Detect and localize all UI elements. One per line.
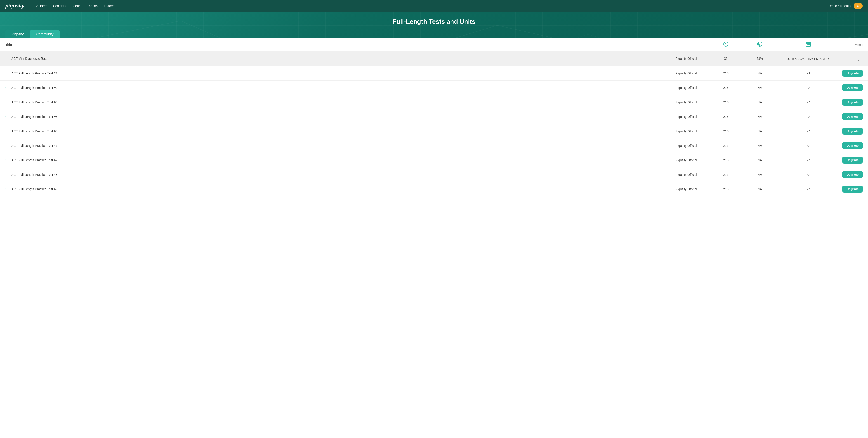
navbar: piqosity Course ▾ Content ▾ Alerts Forum… bbox=[0, 0, 868, 12]
row-questions: 216 bbox=[709, 187, 743, 191]
row-title-text: ACT Full Length Practice Test #4 bbox=[11, 115, 57, 119]
row-title: › ACT Full Length Practice Test #2 bbox=[5, 86, 664, 90]
row-questions: 216 bbox=[709, 173, 743, 176]
nav-course[interactable]: Course ▾ bbox=[32, 3, 49, 9]
row-score: NA bbox=[743, 144, 777, 147]
row-author: Piqosity Official bbox=[664, 129, 709, 133]
row-title-text: ACT Full Length Practice Test #9 bbox=[11, 187, 57, 191]
expand-chevron-icon[interactable]: › bbox=[5, 129, 9, 133]
sync-icon: ↻ bbox=[857, 4, 860, 8]
row-author: Piqosity Official bbox=[664, 115, 709, 119]
row-score: NA bbox=[743, 129, 777, 133]
row-score: NA bbox=[743, 115, 777, 119]
row-author: Piqosity Official bbox=[664, 158, 709, 162]
row-questions: 216 bbox=[709, 71, 743, 75]
expand-chevron-icon[interactable]: › bbox=[5, 144, 9, 147]
row-upgrade-3[interactable]: Upgrade bbox=[840, 99, 863, 106]
upgrade-button[interactable]: Upgrade bbox=[842, 84, 863, 91]
row-author: Piqosity Official bbox=[664, 86, 709, 90]
svg-rect-9 bbox=[684, 42, 689, 45]
brand-logo[interactable]: piqosity bbox=[5, 3, 24, 9]
row-questions: 216 bbox=[709, 86, 743, 90]
row-date: NA bbox=[777, 86, 840, 89]
row-questions: 36 bbox=[709, 57, 743, 60]
row-upgrade-6[interactable]: Upgrade bbox=[840, 142, 863, 149]
monitor-icon bbox=[684, 41, 689, 47]
upgrade-button[interactable]: Upgrade bbox=[842, 142, 863, 149]
upgrade-button[interactable]: Upgrade bbox=[842, 99, 863, 106]
table-body: › ACT Mini Diagnostic Test Piqosity Offi… bbox=[0, 51, 868, 196]
table-row: › ACT Full Length Practice Test #4 Piqos… bbox=[0, 110, 868, 124]
row-title-text: ACT Full Length Practice Test #6 bbox=[11, 144, 57, 147]
row-author: Piqosity Official bbox=[664, 57, 709, 60]
upgrade-button[interactable]: Upgrade bbox=[842, 127, 863, 135]
row-questions: 216 bbox=[709, 144, 743, 147]
nav-menu: Course ▾ Content ▾ Alerts Forums Leaders bbox=[32, 3, 829, 9]
row-upgrade-7[interactable]: Upgrade bbox=[840, 156, 863, 164]
row-upgrade-1[interactable]: Upgrade bbox=[840, 70, 863, 77]
tab-piqosity[interactable]: Piqosity bbox=[5, 30, 30, 38]
row-score: NA bbox=[743, 86, 777, 90]
user-menu[interactable]: Demo Student ▾ bbox=[829, 4, 851, 8]
row-score: 58% bbox=[743, 57, 777, 60]
expand-chevron-icon[interactable]: › bbox=[5, 173, 9, 176]
tab-community[interactable]: Community bbox=[30, 30, 60, 38]
row-date: NA bbox=[777, 115, 840, 118]
page-title: Full-Length Tests and Units bbox=[0, 18, 868, 25]
table-header: Title ? bbox=[0, 38, 868, 51]
row-date: NA bbox=[777, 71, 840, 75]
row-menu-0[interactable]: ⋮ bbox=[840, 55, 863, 62]
expand-chevron-icon[interactable]: › bbox=[5, 101, 9, 104]
svg-rect-21 bbox=[807, 45, 808, 45]
row-title: › ACT Full Length Practice Test #9 bbox=[5, 187, 664, 191]
col-target-header bbox=[743, 41, 777, 48]
table-row: › ACT Mini Diagnostic Test Piqosity Offi… bbox=[0, 51, 868, 66]
row-author: Piqosity Official bbox=[664, 144, 709, 147]
upgrade-button[interactable]: Upgrade bbox=[842, 113, 863, 120]
col-menu-header: Menu bbox=[840, 43, 863, 47]
row-title: › ACT Full Length Practice Test #3 bbox=[5, 100, 664, 104]
expand-chevron-icon[interactable]: › bbox=[5, 86, 9, 89]
expand-chevron-icon[interactable]: › bbox=[5, 57, 9, 60]
row-title: › ACT Full Length Practice Test #5 bbox=[5, 129, 664, 133]
nav-forums[interactable]: Forums bbox=[84, 3, 100, 9]
row-score: NA bbox=[743, 158, 777, 162]
row-author: Piqosity Official bbox=[664, 100, 709, 104]
expand-chevron-icon[interactable]: › bbox=[5, 72, 9, 75]
expand-chevron-icon[interactable]: › bbox=[5, 158, 9, 162]
question-icon: ? bbox=[723, 41, 728, 47]
navbar-right: Demo Student ▾ ↻ bbox=[829, 3, 863, 9]
upgrade-button[interactable]: Upgrade bbox=[842, 70, 863, 77]
sync-button[interactable]: ↻ bbox=[854, 3, 863, 9]
table-row: › ACT Full Length Practice Test #5 Piqos… bbox=[0, 124, 868, 139]
row-upgrade-5[interactable]: Upgrade bbox=[840, 127, 863, 135]
row-date: June 7, 2024, 11:26 PM, GMT-5 bbox=[777, 57, 840, 60]
row-date: NA bbox=[777, 158, 840, 162]
nav-alerts[interactable]: Alerts bbox=[70, 3, 84, 9]
row-title: › ACT Full Length Practice Test #1 bbox=[5, 71, 664, 75]
row-questions: 216 bbox=[709, 158, 743, 162]
row-questions: 216 bbox=[709, 115, 743, 119]
row-title: › ACT Mini Diagnostic Test bbox=[5, 57, 664, 60]
row-questions: 216 bbox=[709, 129, 743, 133]
row-upgrade-8[interactable]: Upgrade bbox=[840, 171, 863, 178]
svg-text:?: ? bbox=[725, 42, 727, 46]
svg-rect-22 bbox=[808, 45, 809, 45]
upgrade-button[interactable]: Upgrade bbox=[842, 171, 863, 178]
row-upgrade-9[interactable]: Upgrade bbox=[840, 185, 863, 193]
nav-content[interactable]: Content ▾ bbox=[50, 3, 69, 9]
row-upgrade-2[interactable]: Upgrade bbox=[840, 84, 863, 91]
col-monitor-header bbox=[664, 41, 709, 48]
table-row: › ACT Full Length Practice Test #2 Piqos… bbox=[0, 81, 868, 95]
row-score: NA bbox=[743, 71, 777, 75]
kebab-menu-icon[interactable]: ⋮ bbox=[855, 55, 863, 62]
row-score: NA bbox=[743, 187, 777, 191]
nav-leaders[interactable]: Leaders bbox=[101, 3, 118, 9]
upgrade-button[interactable]: Upgrade bbox=[842, 156, 863, 164]
upgrade-button[interactable]: Upgrade bbox=[842, 185, 863, 193]
row-date: NA bbox=[777, 100, 840, 104]
row-upgrade-4[interactable]: Upgrade bbox=[840, 113, 863, 120]
expand-chevron-icon[interactable]: › bbox=[5, 187, 9, 191]
expand-chevron-icon[interactable]: › bbox=[5, 115, 9, 118]
row-score: NA bbox=[743, 173, 777, 176]
